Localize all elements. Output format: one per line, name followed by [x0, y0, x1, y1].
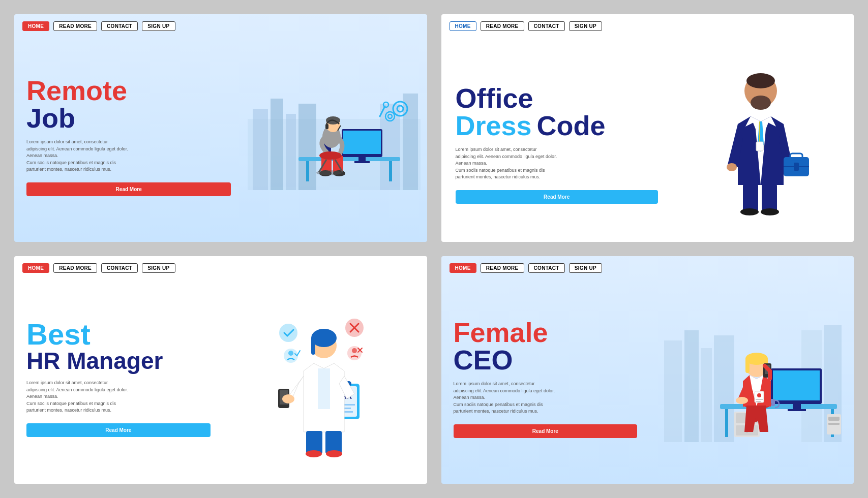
- svg-rect-1: [253, 109, 268, 190]
- nav-home-4[interactable]: HOME: [450, 263, 476, 273]
- nav-signup-3[interactable]: SIGN UP: [142, 263, 175, 273]
- svg-point-75: [282, 394, 294, 403]
- svg-point-35: [751, 96, 771, 110]
- content-4: Female CEO Lorem ipsum dolor sit amet, c…: [441, 278, 854, 484]
- nav-bar-3: HOME READ MORE CONTACT SIGN UP: [14, 256, 427, 278]
- hr-manager-illustration: HR: [253, 305, 395, 457]
- svg-rect-38: [762, 184, 777, 212]
- text-section-1: Remote Job Lorem ipsum dolor sit amet, c…: [14, 36, 241, 232]
- text-section-2: Office Dress Code Lorem ipsum dolor sit …: [441, 36, 668, 242]
- svg-point-108: [736, 397, 748, 404]
- svg-rect-67: [311, 337, 315, 355]
- svg-rect-88: [773, 370, 820, 400]
- nav-contact-4[interactable]: CONTACT: [528, 263, 565, 273]
- nav-contact-2[interactable]: CONTACT: [528, 21, 565, 31]
- svg-rect-78: [684, 330, 699, 442]
- svg-rect-24: [325, 124, 328, 129]
- title-dress: Dress: [456, 112, 532, 139]
- nav-home-1[interactable]: HOME: [22, 21, 49, 31]
- svg-rect-37: [743, 184, 758, 212]
- card-hr-manager: HOME READ MORE CONTACT SIGN UP Best HR M…: [14, 256, 427, 484]
- svg-point-30: [319, 151, 342, 160]
- svg-rect-80: [714, 335, 734, 442]
- svg-rect-9: [389, 161, 392, 181]
- nav-bar-2: HOME READ MORE CONTACT SIGN UP: [441, 14, 854, 36]
- svg-point-47: [727, 163, 737, 171]
- nav-signup-4[interactable]: SIGN UP: [569, 263, 602, 273]
- content-2: Office Dress Code Lorem ipsum dolor sit …: [441, 36, 854, 242]
- svg-rect-77: [664, 340, 682, 442]
- nav-home-3[interactable]: HOME: [22, 263, 49, 273]
- svg-rect-2: [271, 99, 283, 190]
- nav-contact-1[interactable]: CONTACT: [101, 21, 138, 31]
- text-section-3: Best HR Manager Lorem ipsum dolor sit am…: [14, 278, 221, 484]
- title-female: Female: [454, 319, 638, 346]
- card-remote-job: HOME READ MORE CONTACT SIGN UP Remote Jo…: [14, 14, 427, 242]
- svg-rect-79: [701, 348, 712, 442]
- svg-point-71: [306, 450, 322, 457]
- title-remote: Remote: [26, 77, 231, 104]
- svg-rect-6: [403, 94, 418, 190]
- svg-point-110: [757, 393, 761, 397]
- svg-rect-68: [318, 368, 330, 409]
- svg-point-39: [740, 208, 759, 215]
- read-more-btn-4[interactable]: Read More: [454, 424, 638, 438]
- title-code: Code: [537, 112, 606, 139]
- svg-point-55: [352, 348, 357, 353]
- card-office-dress-code: HOME READ MORE CONTACT SIGN UP Office Dr…: [441, 14, 854, 242]
- svg-point-40: [761, 208, 779, 215]
- svg-rect-8: [306, 161, 309, 181]
- title-best: Best: [26, 320, 211, 349]
- nav-bar-4: HOME READ MORE CONTACT SIGN UP: [441, 256, 854, 278]
- illustration-4: [647, 278, 854, 484]
- nav-home-2[interactable]: HOME: [450, 21, 476, 31]
- title-office: Office: [456, 84, 658, 112]
- lorem-text-1: Lorem ipsum dolor sit amet, consectetur …: [26, 139, 128, 173]
- nav-contact-3[interactable]: CONTACT: [101, 263, 138, 273]
- lorem-text-2: Lorem ipsum dolor sit amet, consectetur …: [456, 146, 557, 181]
- svg-rect-85: [725, 409, 728, 437]
- nav-readmore-1[interactable]: READ MORE: [53, 21, 97, 31]
- svg-point-36: [746, 73, 775, 88]
- svg-rect-93: [828, 423, 840, 425]
- svg-rect-104: [745, 358, 750, 373]
- svg-rect-13: [354, 161, 370, 163]
- nav-bar-1: HOME READ MORE CONTACT SIGN UP: [14, 14, 427, 36]
- svg-rect-112: [756, 401, 761, 402]
- female-ceo-illustration: [659, 320, 842, 442]
- svg-point-72: [326, 450, 342, 457]
- svg-rect-111: [756, 399, 763, 400]
- svg-rect-11: [343, 131, 381, 154]
- svg-point-33: [316, 170, 342, 175]
- businessman-illustration: [705, 63, 817, 215]
- nav-readmore-3[interactable]: READ MORE: [53, 263, 97, 273]
- illustration-1: [241, 36, 427, 232]
- read-more-btn-2[interactable]: Read More: [456, 190, 658, 204]
- svg-rect-92: [828, 417, 840, 421]
- svg-rect-7: [298, 157, 400, 161]
- svg-rect-46: [756, 142, 763, 151]
- nav-signup-1[interactable]: SIGN UP: [142, 21, 175, 31]
- title-ceo: CEO: [454, 346, 638, 374]
- nav-signup-2[interactable]: SIGN UP: [569, 21, 602, 31]
- read-more-btn-1[interactable]: Read More: [26, 182, 231, 196]
- content-1: Remote Job Lorem ipsum dolor sit amet, c…: [14, 36, 427, 242]
- title-hr-manager: HR Manager: [26, 349, 211, 372]
- illustration-3: HR: [221, 278, 427, 484]
- svg-point-48: [279, 324, 297, 342]
- card-female-ceo: HOME READ MORE CONTACT SIGN UP Female CE…: [441, 256, 854, 484]
- title-job: Job: [26, 104, 231, 132]
- nav-readmore-2[interactable]: READ MORE: [481, 21, 524, 31]
- lorem-text-4: Lorem ipsum dolor sit amet, consectetur …: [454, 381, 555, 415]
- lorem-text-3: Lorem ipsum dolor sit amet, consectetur …: [26, 380, 128, 414]
- nav-readmore-4[interactable]: READ MORE: [481, 263, 524, 273]
- svg-rect-44: [794, 163, 799, 171]
- remote-job-illustration: [248, 78, 421, 190]
- illustration-2: [668, 36, 854, 242]
- text-section-4: Female CEO Lorem ipsum dolor sit amet, c…: [441, 278, 648, 484]
- svg-point-53: [288, 351, 293, 356]
- read-more-btn-3[interactable]: Read More: [26, 423, 211, 437]
- svg-rect-3: [286, 114, 296, 190]
- svg-rect-90: [788, 409, 806, 411]
- content-3: Best HR Manager Lorem ipsum dolor sit am…: [14, 278, 427, 484]
